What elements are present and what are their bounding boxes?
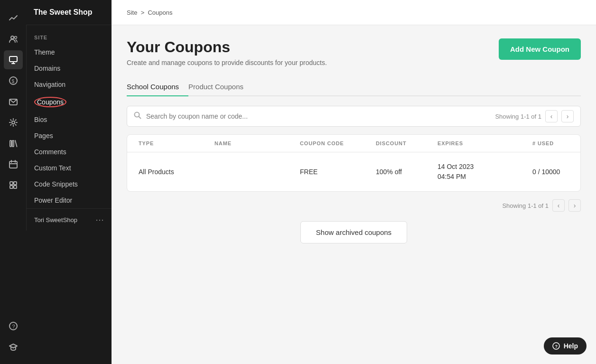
- svg-rect-18: [14, 186, 17, 188]
- svg-rect-17: [10, 186, 13, 188]
- col-header-name: NAME: [214, 140, 300, 146]
- svg-rect-9: [10, 140, 11, 147]
- analytics-icon[interactable]: [4, 9, 23, 28]
- tabs: School Coupons Product Coupons: [127, 78, 581, 96]
- help-rail-icon[interactable]: ?: [4, 317, 23, 336]
- sidebar-item-pages[interactable]: Pages: [27, 128, 112, 144]
- tools-icon[interactable]: [4, 176, 23, 195]
- graduation-icon[interactable]: [4, 337, 23, 356]
- col-header-type: TYPE: [139, 140, 214, 146]
- svg-point-1: [14, 37, 17, 39]
- screen-icon[interactable]: [4, 50, 23, 69]
- bottom-prev-page-button[interactable]: ‹: [552, 199, 565, 212]
- sidebar-footer: Tori SweetShop ⋯: [27, 208, 112, 231]
- page-title: Your Coupons: [127, 38, 327, 56]
- search-input[interactable]: [146, 112, 495, 120]
- content-area: Your Coupons Create and manage coupons t…: [112, 25, 596, 364]
- calendar-icon[interactable]: [4, 155, 23, 174]
- svg-rect-16: [14, 182, 17, 185]
- coupons-label: Coupons: [34, 97, 66, 107]
- svg-rect-11: [9, 161, 17, 168]
- people-icon[interactable]: [4, 29, 23, 48]
- gear-icon[interactable]: [4, 113, 23, 132]
- svg-rect-15: [10, 182, 13, 185]
- top-bar: Site > Coupons: [112, 0, 596, 25]
- table-header: TYPE NAME COUPON CODE DISCOUNT EXPIRES #…: [127, 135, 580, 152]
- showing-label: Showing 1-1 of 1: [495, 113, 541, 120]
- prev-page-button[interactable]: ‹: [545, 110, 558, 122]
- search-icon: [134, 112, 141, 121]
- svg-rect-2: [9, 56, 17, 62]
- svg-point-0: [11, 36, 14, 39]
- col-header-coupon-code: COUPON CODE: [300, 140, 376, 146]
- page-header-text: Your Coupons Create and manage coupons t…: [127, 38, 327, 66]
- sidebar-item-domains[interactable]: Domains: [27, 60, 112, 76]
- mail-icon[interactable]: [4, 92, 23, 111]
- bottom-pagination: Showing 1-1 of 1 ‹ ›: [127, 199, 581, 212]
- cell-type: All Products: [139, 168, 214, 176]
- breadcrumb: Site > Coupons: [127, 9, 173, 16]
- tab-school-coupons[interactable]: School Coupons: [127, 78, 188, 96]
- sidebar-item-bios[interactable]: Bios: [27, 112, 112, 128]
- page-header: Your Coupons Create and manage coupons t…: [127, 38, 581, 66]
- sidebar-section-label: SITE: [27, 25, 112, 44]
- bottom-showing-label: Showing 1-1 of 1: [502, 202, 549, 209]
- table-row: All Products FREE 100% off 14 Oct 2023 0…: [127, 152, 580, 191]
- sidebar-item-custom-text[interactable]: Custom Text: [27, 160, 112, 176]
- sidebar: SITE Theme Domains Navigation Coupons Bi…: [26, 25, 112, 231]
- cell-expires: 14 Oct 2023 04:54 PM: [438, 162, 532, 182]
- page-subtitle: Create and manage coupons to provide dis…: [127, 59, 327, 66]
- sidebar-item-theme[interactable]: Theme: [27, 44, 112, 60]
- sidebar-item-navigation[interactable]: Navigation: [27, 76, 112, 93]
- tab-product-coupons[interactable]: Product Coupons: [188, 78, 253, 96]
- library-icon[interactable]: [4, 134, 23, 153]
- cell-coupon-code: FREE: [300, 168, 376, 176]
- sidebar-item-code-snippets[interactable]: Code Snippets: [27, 176, 112, 192]
- bottom-next-page-button[interactable]: ›: [568, 199, 581, 212]
- sidebar-item-power-editor[interactable]: Power Editor: [27, 192, 112, 208]
- main-content: Site > Coupons Your Coupons Create and m…: [112, 0, 596, 364]
- col-header-discount: DISCOUNT: [376, 140, 438, 146]
- next-page-button[interactable]: ›: [561, 110, 574, 122]
- cell-used: 0 / 10000: [532, 168, 581, 176]
- help-button[interactable]: ? Help: [544, 337, 587, 355]
- sidebar-footer-menu[interactable]: ⋯: [95, 215, 104, 225]
- svg-line-23: [139, 117, 141, 119]
- dollar-icon[interactable]: $: [4, 71, 23, 90]
- svg-text:?: ?: [12, 324, 15, 329]
- sidebar-footer-label: Tori SweetShop: [34, 216, 77, 224]
- app-title: The Sweet Shop: [26, 0, 112, 25]
- show-archived-button[interactable]: Show archived coupons: [300, 221, 407, 243]
- add-new-coupon-button[interactable]: Add New Coupon: [499, 38, 581, 60]
- coupon-table: TYPE NAME COUPON CODE DISCOUNT EXPIRES #…: [127, 134, 581, 192]
- sidebar-item-comments[interactable]: Comments: [27, 144, 112, 160]
- col-header-expires: EXPIRES: [438, 140, 532, 146]
- svg-text:$: $: [11, 79, 14, 84]
- sidebar-item-coupons[interactable]: Coupons: [27, 93, 112, 112]
- search-bar: Showing 1-1 of 1 ‹ ›: [127, 106, 581, 127]
- cell-discount: 100% off: [376, 168, 438, 176]
- svg-point-8: [12, 121, 15, 124]
- svg-rect-10: [12, 140, 14, 147]
- col-header-used: # USED: [532, 140, 581, 146]
- icon-rail: $ ?: [0, 0, 26, 364]
- svg-text:?: ?: [555, 344, 558, 349]
